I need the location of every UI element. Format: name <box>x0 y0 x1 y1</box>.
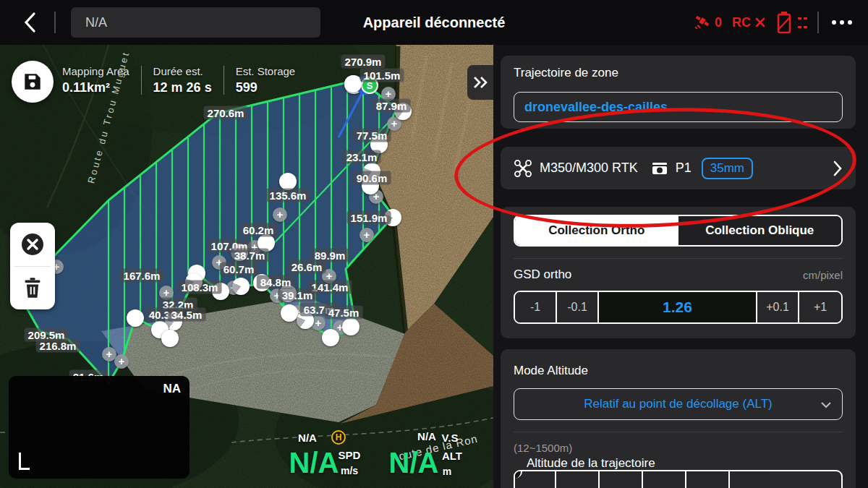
battery-error-icon <box>776 11 792 34</box>
stat-storage: Est. Storage 599 <box>236 65 296 95</box>
altitude-value: N/A <box>389 447 439 479</box>
waypoint-marker[interactable] <box>342 318 359 335</box>
stat-duration: Durée est. 12 m 26 s <box>153 65 212 95</box>
battery-percent-placeholder <box>798 17 807 28</box>
segment-distance-label: 60.2m <box>239 223 278 237</box>
battery-status[interactable] <box>776 11 807 34</box>
top-bar: N/A Appareil déconnecté 0 RC <box>0 0 868 45</box>
segment-distance-label: 47.5m <box>325 306 363 320</box>
speed-value: N/A <box>289 447 339 479</box>
collection-tabs: Collection Ortho Collection Oblique <box>514 215 843 247</box>
segment-distance-label: 77.5m <box>353 129 391 142</box>
collection-settings-card: Collection Ortho Collection Oblique GSD … <box>501 207 856 338</box>
route-name-label: Trajectoire de zone <box>514 66 618 80</box>
stat-mapping-area: Mapping Area 0.11km² <box>62 65 129 95</box>
waypoint-marker[interactable] <box>322 329 339 346</box>
gsd-minus-0.1-button[interactable]: -0.1 <box>557 292 599 322</box>
chevrons-right-icon <box>472 75 489 90</box>
route-name-input[interactable]: dronevallee-des-cailles <box>514 92 843 122</box>
trash-icon <box>22 277 43 299</box>
route-name-card: Trajectoire de zone dronevallee-des-cail… <box>501 56 856 129</box>
delete-button[interactable] <box>10 267 55 310</box>
segment-distance-label: 26.6m <box>288 260 326 274</box>
tab-collection-oblique[interactable]: Collection Oblique <box>678 216 842 245</box>
segment-distance-label: 270.9m <box>341 55 386 69</box>
segment-distance-label: 87.9m <box>373 99 411 113</box>
back-button[interactable] <box>17 11 42 34</box>
waypoint-marker[interactable] <box>232 278 250 295</box>
gsd-unit: cm/pixel <box>803 269 843 281</box>
edit-tool-palette <box>10 223 55 309</box>
drone-model: M350/M300 RTK <box>540 160 638 176</box>
segment-distance-label: 167.6m <box>120 269 164 283</box>
close-selection-button[interactable] <box>10 223 55 266</box>
segment-distance-label: 108.3m <box>178 281 222 294</box>
waypoint-marker[interactable] <box>281 304 298 322</box>
segment-distance-label: 101.5m <box>360 69 404 82</box>
vertical-speed-label: V.S <box>442 432 459 444</box>
chevron-down-icon <box>820 399 832 411</box>
chevron-left-icon <box>22 12 38 33</box>
segment-distance-label: 270.6m <box>204 106 248 120</box>
gsd-label: GSD ortho <box>514 267 571 282</box>
segment-distance-label: 23.1m <box>343 150 381 164</box>
camera-feed-placeholder[interactable]: NA <box>9 376 190 479</box>
altitude-mode-label: Mode Altitude <box>514 364 588 378</box>
altitude-mode-select[interactable]: Relatif au point de décollage (ALT) <box>514 388 843 420</box>
lens-badge[interactable]: 35mm <box>702 158 753 179</box>
gsd-plus-1-button[interactable]: +1 <box>799 292 841 322</box>
trajectory-altitude-range: (12~1500m) <box>514 442 572 454</box>
device-selector-row[interactable]: M350/M300 RTK P1 35mm <box>501 147 856 189</box>
more-menu-button[interactable] <box>829 13 855 32</box>
route-midpoint-handle[interactable]: + <box>273 207 287 222</box>
segment-distance-label: 60.7m <box>220 262 258 276</box>
route-midpoint-handle[interactable]: + <box>359 228 374 242</box>
mission-stats: Mapping Area 0.11km² Durée est. 12 m 26 … <box>62 65 295 95</box>
mission-settings-panel: Trajectoire de zone dronevallee-des-cail… <box>493 45 868 488</box>
gsd-minus-1-button[interactable]: -1 <box>515 292 557 322</box>
waypoint-marker[interactable] <box>344 75 362 93</box>
speed-unit: m/s <box>341 465 358 476</box>
gsd-value: 1.26 <box>599 292 757 322</box>
satellite-count: 0 <box>715 15 722 30</box>
close-icon <box>20 232 45 257</box>
waypoint-marker[interactable] <box>279 173 297 190</box>
chevron-right-icon <box>833 160 843 176</box>
segment-distance-label: 84.8m <box>257 275 295 289</box>
gsd-plus-0.1-button[interactable]: +0.1 <box>757 292 799 322</box>
route-midpoint-handle[interactable]: + <box>114 354 129 369</box>
camera-model: P1 <box>676 160 692 176</box>
map-canvas[interactable]: Route du Trou Muguet Route de la Ron S +… <box>0 45 493 488</box>
altitude-stepper[interactable] <box>514 470 843 488</box>
waypoint-marker[interactable] <box>127 309 144 327</box>
home-point-icon: H <box>331 430 346 445</box>
segment-distance-label: 135.6m <box>266 189 310 202</box>
altitude-unit: m <box>443 466 451 477</box>
drone-icon <box>514 159 532 178</box>
route-name-field[interactable]: N/A <box>71 7 320 38</box>
segment-distance-label: 38.7m <box>231 249 269 262</box>
segment-distance-label: 34.5m <box>168 308 206 322</box>
camera-feed-status: NA <box>163 382 181 396</box>
segment-distance-label: 216.8m <box>36 339 80 353</box>
segment-distance-label: 39.1m <box>278 288 317 302</box>
rc-status[interactable]: RC <box>732 15 766 30</box>
altitude-settings-card: Mode Altitude Relatif au point de décoll… <box>501 349 856 488</box>
corner-bracket-icon <box>19 453 30 470</box>
save-button[interactable] <box>12 61 54 103</box>
waypoint-marker[interactable] <box>161 330 179 347</box>
satellite-icon <box>694 14 711 31</box>
save-floppy-icon <box>22 71 43 93</box>
dji-pilot-mapping-screen: Route du Trou Muguet Route de la Ron S +… <box>0 0 868 488</box>
home-distance-value: N/A <box>298 432 317 444</box>
altitude-label: ALT <box>442 450 462 462</box>
disconnected-x-icon <box>754 17 766 28</box>
vertical-speed-value: N/A <box>417 430 436 442</box>
speed-label: SPD <box>339 449 361 461</box>
tab-collection-ortho[interactable]: Collection Ortho <box>515 216 678 245</box>
panel-collapse-button[interactable] <box>467 65 493 100</box>
camera-icon <box>651 160 668 177</box>
satellite-status[interactable]: 0 <box>694 14 722 31</box>
trajectory-altitude-label: Altitude de la trajectoire <box>527 456 655 471</box>
segment-distance-label: 151.9m <box>347 211 391 225</box>
